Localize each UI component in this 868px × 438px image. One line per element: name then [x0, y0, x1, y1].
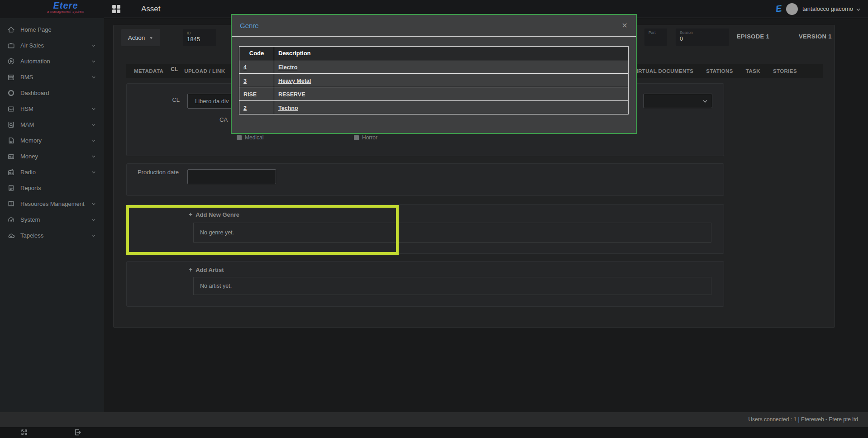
- sidebar-item-system[interactable]: System: [0, 212, 104, 228]
- right-tabs: VIRTUAL DOCUMENTSSTATIONSTASKSTORIES: [620, 68, 797, 74]
- action-button-label: Action: [128, 34, 145, 41]
- fullscreen-icon[interactable]: [20, 428, 28, 436]
- plus-icon: +: [189, 211, 192, 218]
- genre-code-link[interactable]: RISE: [243, 91, 257, 98]
- sidebar-item-reports[interactable]: Reports: [0, 180, 104, 196]
- genre-modal-header: Genre ✕: [232, 15, 636, 37]
- caret-down-icon: [149, 36, 153, 40]
- artist-empty-text: No artist yet.: [200, 283, 232, 289]
- genre-table-cell: Electro: [274, 60, 629, 74]
- sidebar-item-label: Memory: [20, 137, 42, 144]
- chevron-down-icon: [91, 107, 96, 111]
- genre-code-link[interactable]: 2: [243, 105, 247, 111]
- page-title: Asset: [141, 5, 161, 14]
- code-column-header: Code: [239, 47, 274, 60]
- app-root: Etere a management system Asset E tantal…: [0, 0, 868, 438]
- sidebar-item-radio[interactable]: Radio: [0, 164, 104, 180]
- gauge-icon: [7, 216, 15, 224]
- genre-code-link[interactable]: 4: [243, 64, 247, 71]
- sidebar-item-resources-management[interactable]: Resources Management: [0, 196, 104, 212]
- chevron-down-icon: [91, 154, 96, 159]
- sidebar-item-tapeless[interactable]: Tapeless: [0, 228, 104, 243]
- add-artist-button[interactable]: + Add Artist: [189, 266, 224, 273]
- checkbox-label: Medical: [245, 134, 263, 141]
- genre-table-header-row: Code Description: [239, 47, 629, 60]
- description-column-header: Description: [274, 47, 629, 60]
- report-icon: [7, 184, 15, 192]
- artist-panel: + Add Artist No artist yet.: [126, 261, 724, 307]
- tab-upload-link[interactable]: UPLOAD / LINK: [184, 68, 225, 74]
- genre-table-row: 4Electro: [239, 60, 629, 74]
- status-bar: Users connected : 1 | Etereweb - Etere p…: [0, 412, 868, 427]
- genre-modal: Genre ✕ Code Description 4Electro3Heavy …: [231, 14, 637, 134]
- sidebar-item-money[interactable]: Money: [0, 148, 104, 164]
- sidebar-item-label: Resources Management: [20, 200, 85, 207]
- genre-table-cell: Heavy Metal: [274, 74, 629, 87]
- season-field[interactable]: Season 0: [676, 29, 729, 46]
- part-field[interactable]: Part: [644, 29, 667, 46]
- chevron-down-icon: [91, 43, 96, 48]
- sidebar-item-home-page[interactable]: Home Page: [0, 22, 104, 38]
- genre-table-cell: RISE: [239, 87, 274, 101]
- genre-code-link[interactable]: 3: [243, 78, 247, 84]
- sidebar-item-mam[interactable]: MAM: [0, 117, 104, 133]
- brand-name: Etere: [27, 1, 104, 10]
- sidebar-item-label: Radio: [20, 169, 36, 176]
- production-date-input[interactable]: [187, 169, 276, 184]
- sidebar-item-label: Tapeless: [20, 232, 43, 239]
- status-text: Users connected : 1 | Etereweb - Etere p…: [748, 412, 868, 427]
- play-circle-icon: [7, 57, 15, 65]
- chevron-down-icon: [91, 202, 96, 206]
- etere-mark-icon: E: [775, 3, 782, 14]
- chevron-down-icon: [91, 123, 96, 127]
- user-menu[interactable]: tantalocco giacomo: [802, 5, 853, 12]
- genre-empty-box: No genre yet.: [193, 223, 711, 243]
- checkbox-horror[interactable]: Horror: [354, 134, 377, 141]
- production-date-panel: Production date: [126, 163, 724, 196]
- plus-icon: +: [189, 266, 192, 273]
- sidebar-item-hsm[interactable]: HSM: [0, 101, 104, 117]
- sidebar-item-label: Dashboard: [20, 90, 49, 96]
- tab-stations[interactable]: STATIONS: [706, 68, 733, 74]
- sidebar-item-air-sales[interactable]: Air Sales: [0, 38, 104, 53]
- brand-tagline: a management system: [27, 10, 104, 13]
- sidebar-item-bms[interactable]: BMS: [0, 69, 104, 85]
- episode-text: EPISODE 1: [737, 33, 769, 40]
- genre-table-cell: 2: [239, 101, 274, 114]
- chevron-down-icon: [91, 170, 96, 175]
- tab-stories[interactable]: STORIES: [773, 68, 797, 74]
- genre-description-link[interactable]: Heavy Metal: [278, 78, 311, 84]
- genre-description-link[interactable]: Electro: [278, 64, 297, 71]
- genre-table-row: 2Techno: [239, 101, 629, 114]
- apps-grid-icon[interactable]: [111, 4, 121, 14]
- radio-icon: [7, 168, 15, 176]
- genre-description-link[interactable]: Techno: [278, 105, 298, 111]
- add-new-genre-button[interactable]: + Add New Genre: [189, 211, 239, 218]
- avatar[interactable]: [786, 3, 798, 15]
- id-field-value: 1845: [187, 36, 212, 43]
- id-field[interactable]: ID 1845: [183, 29, 216, 46]
- cl-select[interactable]: [644, 94, 712, 108]
- cl-floating-label: CL: [171, 66, 178, 72]
- cl-label: CL: [127, 96, 180, 103]
- close-icon[interactable]: ✕: [622, 22, 628, 29]
- book-icon: [7, 200, 15, 208]
- genre-description-link[interactable]: RESERVE: [278, 91, 305, 98]
- cash-icon: [7, 152, 15, 160]
- chevron-down-icon[interactable]: [856, 7, 861, 12]
- checkbox-medical[interactable]: Medical: [237, 134, 263, 141]
- id-field-label: ID: [187, 31, 212, 35]
- sidebar-item-automation[interactable]: Automation: [0, 53, 104, 69]
- sidebar-item-dashboard[interactable]: Dashboard: [0, 85, 104, 101]
- production-date-label: Production date: [127, 168, 179, 176]
- chevron-down-icon: [91, 75, 96, 80]
- tab-virtual-documents[interactable]: VIRTUAL DOCUMENTS: [633, 68, 693, 74]
- sidebar-item-memory[interactable]: Memory: [0, 133, 104, 148]
- logout-icon[interactable]: [74, 428, 81, 436]
- tab-metadata[interactable]: METADATA: [134, 68, 163, 74]
- artist-empty-box: No artist yet.: [193, 277, 711, 295]
- add-new-genre-label: Add New Genre: [196, 211, 239, 218]
- sidebar-item-label: BMS: [20, 74, 33, 81]
- tab-task[interactable]: TASK: [746, 68, 760, 74]
- action-button[interactable]: Action: [121, 29, 160, 46]
